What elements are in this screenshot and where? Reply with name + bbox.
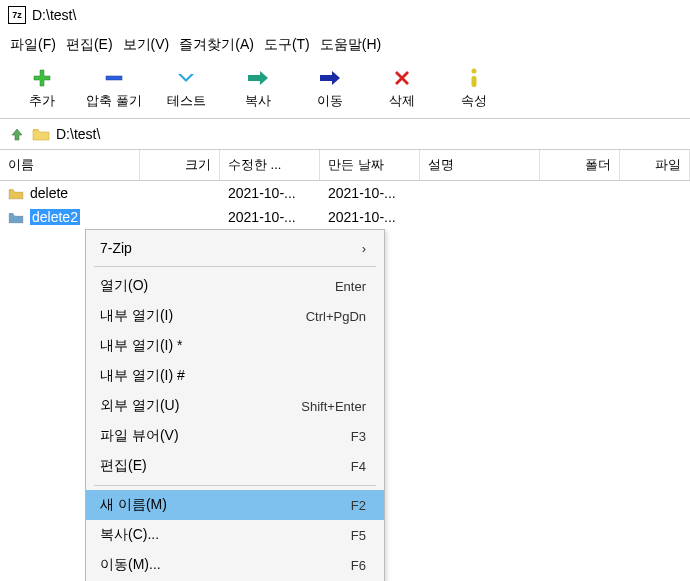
context-item-shortcut: Ctrl+PgDn xyxy=(306,309,366,324)
toolbar: 추가압축 풀기테스트복사이동삭제속성 xyxy=(0,60,690,119)
col-created[interactable]: 만든 날짜 xyxy=(320,150,420,180)
move-label: 이동 xyxy=(317,92,343,110)
menu-edit[interactable]: 편집(E) xyxy=(66,36,113,54)
context-item[interactable]: 편집(E)F4 xyxy=(86,451,384,481)
context-item-label: 파일 뷰어(V) xyxy=(100,427,179,445)
context-item-label: 내부 열기(I) xyxy=(100,307,173,325)
table-row[interactable]: delete22021-10-...2021-10-... xyxy=(0,205,690,229)
menu-separator xyxy=(94,485,376,486)
menu-tools[interactable]: 도구(T) xyxy=(264,36,310,54)
context-menu: 7-Zip›열기(O)Enter내부 열기(I)Ctrl+PgDn내부 열기(I… xyxy=(85,229,385,581)
cell-created: 2021-10-... xyxy=(320,185,420,201)
context-item-label: 편집(E) xyxy=(100,457,147,475)
extract-icon xyxy=(100,68,128,88)
path-bar xyxy=(0,119,690,150)
svg-rect-2 xyxy=(472,76,477,87)
col-name[interactable]: 이름 xyxy=(0,150,140,180)
add-button[interactable]: 추가 xyxy=(6,64,78,110)
col-size[interactable]: 크기 xyxy=(140,150,220,180)
file-name: delete xyxy=(30,185,68,201)
test-button[interactable]: 테스트 xyxy=(150,64,222,110)
extract-button[interactable]: 압축 풀기 xyxy=(78,64,150,110)
info-icon xyxy=(460,68,488,88)
context-item[interactable]: 복사(C)...F5 xyxy=(86,520,384,550)
move-icon xyxy=(316,68,344,88)
context-item-shortcut: F3 xyxy=(351,429,366,444)
submenu-indicator-icon: › xyxy=(362,241,366,256)
context-item-label: 복사(C)... xyxy=(100,526,159,544)
context-item-shortcut: Enter xyxy=(335,279,366,294)
folder-icon xyxy=(8,187,24,200)
add-icon xyxy=(28,68,56,88)
title-bar: 7z D:\test\ xyxy=(0,0,690,30)
menu-help[interactable]: 도움말(H) xyxy=(320,36,381,54)
context-item[interactable]: 파일 뷰어(V)F3 xyxy=(86,421,384,451)
context-item-shortcut: F5 xyxy=(351,528,366,543)
move-button[interactable]: 이동 xyxy=(294,64,366,110)
file-name: delete2 xyxy=(30,209,80,225)
context-item[interactable]: 7-Zip› xyxy=(86,234,384,262)
table-row[interactable]: delete2021-10-...2021-10-... xyxy=(0,181,690,205)
context-item[interactable]: 내부 열기(I) # xyxy=(86,361,384,391)
context-item-label: 이동(M)... xyxy=(100,556,161,574)
path-input[interactable] xyxy=(56,126,682,142)
up-button[interactable] xyxy=(8,125,26,143)
test-icon xyxy=(172,68,200,88)
col-folder[interactable]: 폴더 xyxy=(540,150,620,180)
cell-modified: 2021-10-... xyxy=(220,209,320,225)
svg-point-1 xyxy=(472,69,477,74)
cell-modified: 2021-10-... xyxy=(220,185,320,201)
folder-icon xyxy=(32,127,50,141)
context-item-shortcut: F4 xyxy=(351,459,366,474)
svg-rect-0 xyxy=(106,76,122,80)
context-item[interactable]: 새 이름(M)F2 xyxy=(86,490,384,520)
context-item-label: 내부 열기(I) * xyxy=(100,337,182,355)
cell-name: delete xyxy=(0,185,140,201)
context-item-shortcut: F2 xyxy=(351,498,366,513)
cell-created: 2021-10-... xyxy=(320,209,420,225)
copy-label: 복사 xyxy=(245,92,271,110)
folder-icon xyxy=(8,211,24,224)
delete-label: 삭제 xyxy=(389,92,415,110)
window-title: D:\test\ xyxy=(32,7,76,23)
file-list: delete2021-10-...2021-10-...delete22021-… xyxy=(0,181,690,229)
context-item-label: 새 이름(M) xyxy=(100,496,167,514)
menu-file[interactable]: 파일(F) xyxy=(10,36,56,54)
col-file[interactable]: 파일 xyxy=(620,150,690,180)
menu-separator xyxy=(94,266,376,267)
copy-icon xyxy=(244,68,272,88)
extract-label: 압축 풀기 xyxy=(86,92,142,110)
col-modified[interactable]: 수정한 ... xyxy=(220,150,320,180)
context-item[interactable]: 내부 열기(I) * xyxy=(86,331,384,361)
context-item-label: 내부 열기(I) # xyxy=(100,367,185,385)
delete-button[interactable]: 삭제 xyxy=(366,64,438,110)
context-item-label: 7-Zip xyxy=(100,240,132,256)
menu-view[interactable]: 보기(V) xyxy=(123,36,170,54)
context-item-shortcut: F6 xyxy=(351,558,366,573)
context-item[interactable]: 이동(M)...F6 xyxy=(86,550,384,580)
list-header: 이름 크기 수정한 ... 만든 날짜 설명 폴더 파일 xyxy=(0,150,690,181)
add-label: 추가 xyxy=(29,92,55,110)
context-item[interactable]: 외부 열기(U)Shift+Enter xyxy=(86,391,384,421)
menu-bar: 파일(F) 편집(E) 보기(V) 즐겨찾기(A) 도구(T) 도움말(H) xyxy=(0,30,690,60)
context-item-label: 외부 열기(U) xyxy=(100,397,179,415)
context-item-shortcut: Shift+Enter xyxy=(301,399,366,414)
menu-favorites[interactable]: 즐겨찾기(A) xyxy=(179,36,254,54)
test-label: 테스트 xyxy=(167,92,206,110)
info-button[interactable]: 속성 xyxy=(438,64,510,110)
info-label: 속성 xyxy=(461,92,487,110)
context-item-label: 열기(O) xyxy=(100,277,148,295)
app-icon: 7z xyxy=(8,6,26,24)
context-item[interactable]: 열기(O)Enter xyxy=(86,271,384,301)
delete-icon xyxy=(388,68,416,88)
copy-button[interactable]: 복사 xyxy=(222,64,294,110)
cell-name: delete2 xyxy=(0,209,140,225)
col-desc[interactable]: 설명 xyxy=(420,150,540,180)
context-item[interactable]: 내부 열기(I)Ctrl+PgDn xyxy=(86,301,384,331)
